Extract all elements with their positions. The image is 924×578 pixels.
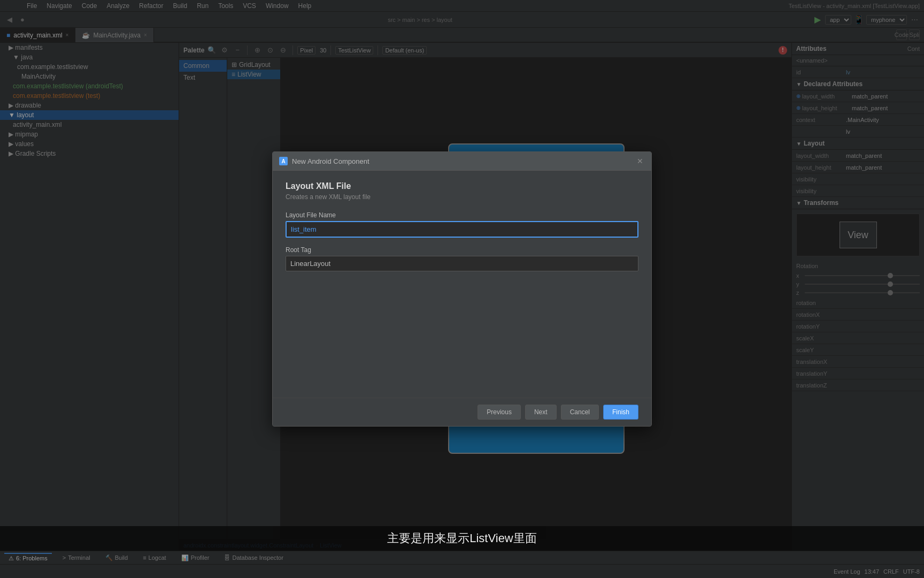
dialog-footer: Previous Next Cancel Finish [273, 398, 651, 426]
previous-btn[interactable]: Previous [478, 405, 521, 420]
finish-btn[interactable]: Finish [603, 405, 638, 420]
dialog-type-title: Layout XML File [286, 181, 638, 191]
dialog-spacer [286, 280, 638, 387]
dialog-type-desc: Creates a new XML layout file [286, 193, 638, 201]
dialog-title: New Android Component [292, 157, 369, 165]
layout-file-name-group: Layout File Name [286, 211, 638, 238]
dialog-overlay: A New Android Component ✕ Layout XML Fil… [0, 0, 924, 578]
dialog-close-btn[interactable]: ✕ [635, 156, 645, 166]
root-tag-group: Root Tag [286, 246, 638, 271]
dialog-body: Layout XML File Creates a new XML layout… [273, 171, 651, 398]
root-tag-label: Root Tag [286, 246, 638, 254]
subtitle-bar: 主要是用来显示ListView里面 [0, 526, 924, 551]
subtitle-text: 主要是用来显示ListView里面 [387, 531, 537, 545]
layout-file-name-input[interactable] [286, 221, 638, 238]
dialog-header: A New Android Component ✕ [273, 152, 651, 171]
layout-file-name-label: Layout File Name [286, 211, 638, 219]
dialog-header-icon: A [279, 157, 288, 165]
next-btn[interactable]: Next [525, 405, 557, 420]
root-tag-input[interactable] [286, 256, 638, 271]
new-component-dialog: A New Android Component ✕ Layout XML Fil… [272, 151, 652, 427]
cancel-btn[interactable]: Cancel [561, 405, 599, 420]
